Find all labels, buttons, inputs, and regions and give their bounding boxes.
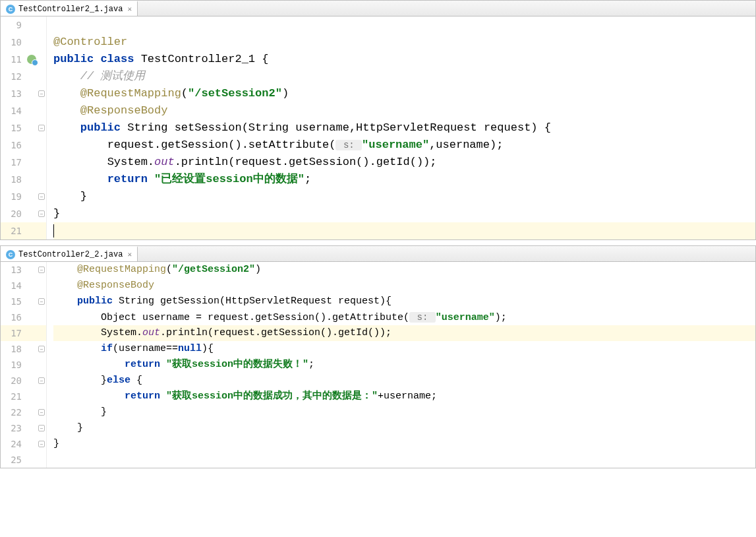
code-area[interactable]: @RequestMapping("/getSession2") @Respons…: [47, 262, 755, 468]
gutter-icons: [26, 16, 47, 239]
code-line: }: [53, 188, 755, 205]
editor-pane-1: C TestController2_1.java ✕ 9 10 11 12 13…: [0, 0, 756, 240]
fold-icon[interactable]: [38, 267, 45, 273]
line-number: 14: [1, 278, 26, 294]
tab-file-2[interactable]: C TestController2_2.java ✕: [1, 246, 138, 261]
line-number: 17: [1, 154, 26, 171]
line-number: 17: [1, 325, 26, 341]
line-number: 20: [1, 373, 26, 389]
code-line: @RequestMapping("/setSession2"): [53, 85, 755, 102]
code-line: @ResponseBody: [53, 102, 755, 119]
line-number: 19: [1, 188, 26, 205]
line-number: 15: [1, 119, 26, 137]
line-number: 16: [1, 137, 26, 154]
line-number: 15: [1, 294, 26, 309]
code-line: @ResponseBody: [53, 278, 755, 294]
editor-body[interactable]: 13 14 15 16 17 18 19 20 21 22 23 24 25: [1, 262, 755, 468]
fold-icon[interactable]: [38, 441, 45, 447]
code-line: [53, 16, 755, 34]
close-icon[interactable]: ✕: [127, 5, 132, 13]
fold-icon[interactable]: [38, 125, 45, 131]
fold-icon[interactable]: [38, 425, 45, 431]
code-line: request.getSession().setAttribute( s: "u…: [53, 137, 755, 154]
java-class-icon: C: [6, 5, 15, 14]
line-number: 25: [1, 452, 26, 468]
code-line: @RequestMapping("/getSession2"): [53, 262, 755, 278]
tab-filename: TestController2_1.java: [18, 5, 123, 14]
fold-icon[interactable]: [38, 90, 45, 97]
fold-icon[interactable]: [38, 210, 45, 217]
line-number: 20: [1, 205, 26, 222]
code-line: @Controller: [53, 34, 755, 51]
code-line: public String setSession(String username…: [53, 119, 755, 137]
code-line: if(username==null){: [53, 341, 755, 357]
line-number: 19: [1, 357, 26, 373]
code-line: }: [53, 205, 755, 222]
tab-bar: C TestController2_2.java ✕: [1, 246, 755, 262]
code-line: }else {: [53, 373, 755, 389]
code-line: System.out.println(request.getSession().…: [53, 325, 755, 341]
param-hint: s:: [409, 312, 436, 323]
line-number: 16: [1, 309, 26, 325]
code-line: }: [53, 436, 755, 452]
code-line: return "获取session中的数据成功，其中的数据是："+usernam…: [53, 389, 755, 404]
java-class-icon: C: [6, 250, 15, 259]
gutter: 9 10 11 12 13 14 15 16 17 18 19 20 21: [1, 16, 26, 239]
line-number: 22: [1, 404, 26, 420]
gutter: 13 14 15 16 17 18 19 20 21 22 23 24 25: [1, 262, 26, 468]
line-number: 11: [1, 51, 26, 68]
code-line: return "获取session中的数据失败！";: [53, 357, 755, 373]
code-area[interactable]: @Controller public class TestController2…: [47, 16, 755, 239]
fold-icon[interactable]: [38, 346, 45, 352]
line-number: 9: [1, 16, 26, 34]
tab-bar: C TestController2_1.java ✕: [1, 1, 755, 16]
fold-icon[interactable]: [38, 193, 45, 200]
tab-filename: TestController2_2.java: [18, 250, 123, 259]
line-number: 10: [1, 34, 26, 51]
line-number: 21: [1, 389, 26, 404]
line-number: 18: [1, 171, 26, 188]
code-line: public class TestController2_1 {: [53, 51, 755, 68]
code-line: return "已经设置session中的数据";: [53, 171, 755, 188]
code-line: [53, 452, 755, 468]
code-line: System.out.println(request.getSession().…: [53, 154, 755, 171]
spring-bean-icon[interactable]: [27, 55, 36, 64]
line-number: 24: [1, 436, 26, 452]
close-icon[interactable]: ✕: [127, 250, 132, 259]
code-line-caret: [53, 222, 755, 239]
line-number: 13: [1, 262, 26, 278]
fold-icon[interactable]: [38, 377, 45, 384]
line-number: 14: [1, 102, 26, 119]
fold-icon[interactable]: [38, 409, 45, 416]
code-line: }: [53, 420, 755, 436]
line-number: 13: [1, 85, 26, 102]
param-hint: s:: [335, 140, 362, 150]
line-number: 12: [1, 68, 26, 85]
code-line: }: [53, 404, 755, 420]
editor-pane-2: C TestController2_2.java ✕ 13 14 15 16 1…: [0, 245, 756, 468]
gutter-icons: [26, 262, 47, 468]
code-line: // 测试使用: [53, 68, 755, 85]
line-number: 23: [1, 420, 26, 436]
line-number: 21: [1, 222, 26, 239]
tab-file-1[interactable]: C TestController2_1.java ✕: [1, 1, 138, 16]
editor-body[interactable]: 9 10 11 12 13 14 15 16 17 18 19 20 21: [1, 16, 755, 239]
line-number: 18: [1, 341, 26, 357]
code-line: Object username = request.getSession().g…: [53, 309, 755, 325]
fold-icon[interactable]: [38, 298, 45, 305]
code-line: public String getSession(HttpServletRequ…: [53, 294, 755, 309]
